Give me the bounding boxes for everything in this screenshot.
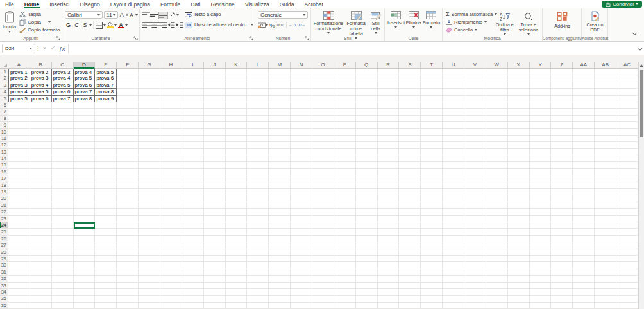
cell-D32[interactable] (74, 276, 96, 282)
cell-U7[interactable] (443, 109, 464, 115)
cell-U22[interactable] (443, 209, 464, 215)
cell-G29[interactable] (139, 256, 160, 262)
cell-I18[interactable] (182, 182, 204, 189)
cell-H13[interactable] (160, 149, 182, 155)
menu-tab-dati[interactable]: Dati (185, 0, 205, 8)
cell-X5[interactable] (508, 96, 530, 102)
cell-U30[interactable] (443, 262, 464, 269)
cell-V35[interactable] (464, 296, 486, 302)
cell-D29[interactable] (74, 256, 96, 262)
cell-F29[interactable] (117, 256, 139, 262)
cell-S15[interactable] (399, 162, 421, 168)
row-header-21[interactable]: 21 (0, 202, 8, 209)
name-box[interactable]: D24 (2, 44, 35, 53)
cell-Z25[interactable] (551, 229, 573, 235)
cell-O25[interactable] (312, 229, 334, 235)
cell-R14[interactable] (378, 155, 400, 162)
cell-Y11[interactable] (530, 136, 552, 142)
cell-styles-button[interactable]: Stili cella (368, 10, 383, 34)
cell-Z14[interactable] (551, 155, 573, 162)
cell-Q35[interactable] (356, 296, 378, 302)
cell-V15[interactable] (464, 162, 486, 168)
cell-D12[interactable] (74, 142, 96, 148)
cell-AC28[interactable] (616, 249, 638, 256)
cell-Y3[interactable] (530, 82, 552, 89)
cell-G25[interactable] (139, 229, 160, 235)
cell-M5[interactable] (269, 96, 291, 102)
cell-L23[interactable] (247, 216, 269, 222)
cell-F2[interactable] (117, 75, 139, 82)
cell-N14[interactable] (291, 155, 312, 162)
cell-W14[interactable] (486, 155, 508, 162)
cell-Q16[interactable] (356, 169, 378, 175)
cell-C15[interactable] (52, 162, 74, 168)
cell-S2[interactable] (399, 75, 421, 82)
cell-Q24[interactable] (356, 222, 378, 229)
cell-J13[interactable] (204, 149, 226, 155)
cell-E13[interactable] (95, 149, 117, 155)
cell-AA14[interactable] (573, 155, 595, 162)
cell-W26[interactable] (486, 236, 508, 242)
cell-R12[interactable] (378, 142, 400, 148)
cell-Q14[interactable] (356, 155, 378, 162)
cell-D22[interactable] (74, 209, 96, 215)
cell-K1[interactable] (226, 69, 248, 75)
paste-button[interactable]: Incolla (2, 10, 17, 34)
cell-I26[interactable] (182, 236, 204, 242)
cell-R33[interactable] (378, 283, 400, 289)
cell-Z26[interactable] (551, 236, 573, 242)
cell-T7[interactable] (421, 109, 443, 115)
row-header-9[interactable]: 9 (0, 122, 8, 128)
cell-V33[interactable] (464, 283, 486, 289)
row-header-29[interactable]: 29 (0, 256, 8, 262)
cell-H9[interactable] (160, 122, 182, 128)
cell-AC36[interactable] (616, 303, 638, 309)
cell-F20[interactable] (117, 195, 139, 202)
cell-AC3[interactable] (616, 82, 638, 89)
cell-P26[interactable] (334, 236, 356, 242)
row-header-17[interactable]: 17 (0, 175, 8, 182)
cell-V16[interactable] (464, 169, 486, 175)
cell-J11[interactable] (204, 136, 226, 142)
cell-S1[interactable] (399, 69, 421, 75)
cell-V19[interactable] (464, 189, 486, 195)
cell-AC10[interactable] (616, 129, 638, 136)
cell-R6[interactable] (378, 102, 400, 109)
cell-Y20[interactable] (530, 195, 552, 202)
cell-R18[interactable] (378, 182, 400, 189)
cell-Q15[interactable] (356, 162, 378, 168)
cell-AA4[interactable] (573, 89, 595, 95)
comma-style-button[interactable]: 000 (276, 21, 285, 29)
cell-D36[interactable] (74, 303, 96, 309)
cell-P11[interactable] (334, 136, 356, 142)
cell-B12[interactable] (30, 142, 52, 148)
underline-button[interactable]: S (81, 21, 89, 29)
cell-J25[interactable] (204, 229, 226, 235)
column-header-Q[interactable]: Q (356, 62, 378, 69)
cell-R22[interactable] (378, 209, 400, 215)
cell-AC6[interactable] (616, 102, 638, 109)
cell-G14[interactable] (139, 155, 160, 162)
cell-AB6[interactable] (595, 102, 616, 109)
cell-G28[interactable] (139, 249, 160, 256)
cell-S10[interactable] (399, 129, 421, 136)
cell-A25[interactable] (8, 229, 30, 235)
cell-N26[interactable] (291, 236, 312, 242)
cell-K22[interactable] (226, 209, 248, 215)
cell-AA33[interactable] (573, 283, 595, 289)
cell-AA9[interactable] (573, 122, 595, 128)
cell-Z24[interactable] (551, 222, 573, 229)
cell-G19[interactable] (139, 189, 160, 195)
cell-AC7[interactable] (616, 109, 638, 115)
format-cells-button[interactable]: Formato (422, 10, 441, 34)
cell-AA32[interactable] (573, 276, 595, 282)
column-header-K[interactable]: K (226, 62, 248, 69)
cell-S31[interactable] (399, 269, 421, 276)
select-all-button[interactable] (0, 62, 8, 69)
cell-E14[interactable] (95, 155, 117, 162)
cell-T30[interactable] (421, 262, 443, 269)
cell-G8[interactable] (139, 116, 160, 122)
row-header-28[interactable]: 28 (0, 249, 8, 256)
cell-H20[interactable] (160, 195, 182, 202)
cell-X31[interactable] (508, 269, 530, 276)
